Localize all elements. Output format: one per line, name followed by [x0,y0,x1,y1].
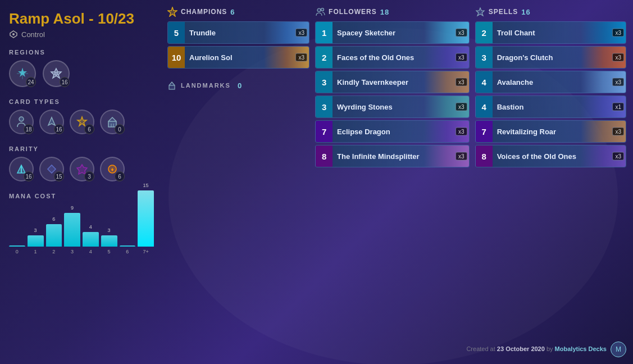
troll-count: x3 [612,29,624,37]
landmark-count: 0 [115,124,125,134]
card-bastion[interactable]: 4 Bastion x1 [475,95,626,118]
common-count: 16 [24,171,34,181]
wyrding-count: x3 [456,103,467,111]
card-kindly-tavernkeeper[interactable]: 3 Kindly Tavernkeeper x3 [315,71,470,93]
spells-column: SPELLS 16 2 Troll Chant x3 3 Dragon's Cl… [475,7,626,338]
targon-count: 16 [60,77,70,87]
card-types-label: CARD TYPES [9,98,154,105]
bar-0: 0 [9,238,25,254]
svg-text:♦: ♦ [111,166,113,172]
card-troll-chant[interactable]: 2 Troll Chant x3 [475,21,626,44]
created-date: 23 October 2020 [497,345,545,352]
landmarks-count: 0 [238,81,242,90]
trundle-cost: 5 [168,21,185,44]
brand-name[interactable]: Mobalytics Decks [555,345,607,352]
voices-count: x3 [612,152,624,161]
svg-point-3 [54,72,58,75]
followers-column: FOLLOWERS 18 1 Spacey Sketcher x3 2 Face… [315,7,470,338]
dragons-cost: 3 [476,46,493,69]
spacey-count: x3 [456,29,467,37]
infinite-cost: 8 [316,145,333,167]
card-voices-old-ones[interactable]: 8 Voices of the Old Ones x3 [475,145,626,167]
type-landmark: 0 [100,110,125,134]
faces-count: x3 [456,53,467,62]
rarity-common: 16 [9,157,34,181]
kindly-img: x3 [424,71,469,93]
revitalizing-img: x3 [581,120,626,143]
wyrding-img: x3 [424,95,469,118]
bar-4: 4 4 [83,224,99,254]
spacey-name: Spacey Sketcher [333,29,424,37]
svg-rect-14 [169,85,175,89]
card-types-section: CARD TYPES 18 16 [9,98,154,134]
kindly-count: x3 [456,78,467,87]
card-trundle[interactable]: 5 Trundle x3 [167,21,309,44]
revitalizing-cost: 7 [476,120,493,143]
card-spacey-sketcher[interactable]: 1 Spacey Sketcher x3 [315,21,470,44]
mana-bar-chart: 0 3 1 6 2 9 3 4 [9,204,154,254]
wyrding-cost: 3 [316,95,333,118]
card-wyrding-stones[interactable]: 3 Wyrding Stones x3 [315,95,470,118]
champion-count: 6 [84,124,94,134]
faces-img: x3 [424,46,469,69]
card-columns: CHAMPIONS 6 5 Trundle x3 10 Aurelion Sol… [167,7,626,338]
troll-img: x3 [581,21,626,44]
unit-count: 18 [24,124,34,134]
eclipse-name: Eclipse Dragon [333,128,424,136]
revitalizing-name: Revitalizing Roar [493,128,581,136]
card-avalanche[interactable]: 4 Avalanche x3 [475,71,626,93]
aurelion-cost: 10 [168,46,185,69]
regions-label: REGIONS [9,49,154,56]
left-panel: Ramp Asol - 10/23 Control REGIONS 24 [0,0,163,364]
card-aurelion-sol[interactable]: 10 Aurelion Sol x3 [167,46,309,69]
followers-count: 18 [380,8,389,16]
regions-list: 24 16 [9,60,154,87]
followers-header: FOLLOWERS 18 [315,7,470,17]
card-dragons-clutch[interactable]: 3 Dragon's Clutch x3 [475,46,626,69]
deck-type: Control [9,30,154,39]
kindly-cost: 3 [316,71,333,93]
spells-header-icon [475,7,485,17]
spells-count: 16 [521,8,530,16]
avalanche-count: x3 [612,78,624,87]
bar-7plus: 15 7+ [138,183,154,254]
mobalytics-logo: M [611,342,626,357]
avalanche-name: Avalanche [493,78,581,87]
bastion-name: Bastion [493,103,581,111]
dragons-count: x3 [612,53,624,62]
card-infinite-mindsplitter[interactable]: 8 The Infinite Mindsplitter x3 [315,145,470,167]
card-types-icons: 18 16 6 [9,110,154,134]
aurelion-count: x3 [295,53,307,62]
rare-count: 15 [54,171,64,181]
mana-cost-label: MANA COST [9,193,154,199]
infinite-name: The Infinite Mindsplitter [333,152,424,161]
epic-count: 3 [84,171,94,181]
voices-name: Voices of the Old Ones [493,152,581,161]
bastion-img: x1 [581,95,626,118]
avalanche-cost: 4 [476,71,493,93]
champions-header: CHAMPIONS 6 [167,7,309,17]
card-eclipse-dragon[interactable]: 7 Eclipse Dragon x3 [315,120,470,143]
region-freljord: 24 [9,60,36,87]
by-label: by [547,345,553,352]
created-label: Created at [466,345,495,352]
champion-rarity-count: 6 [115,171,125,181]
infinite-count: x3 [456,152,467,161]
deck-type-label: Control [21,30,45,39]
type-unit: 18 [9,110,34,134]
svg-point-0 [12,33,15,35]
trundle-name: Trundle [185,29,264,37]
champions-label: CHAMPIONS [181,8,227,16]
card-faces-old-ones[interactable]: 2 Faces of the Old Ones x3 [315,46,470,69]
card-revitalizing-roar[interactable]: 7 Revitalizing Roar x3 [475,120,626,143]
eclipse-cost: 7 [316,120,333,143]
faces-cost: 2 [316,46,333,69]
freljord-count: 24 [26,77,36,87]
bar-1: 3 1 [28,228,44,254]
eclipse-count: x3 [456,128,467,136]
right-content: CHAMPIONS 6 5 Trundle x3 10 Aurelion Sol… [163,0,633,364]
deck-title: Ramp Asol - 10/23 [9,10,154,28]
rarity-epic: 3 [70,157,94,181]
spells-header: SPELLS 16 [475,7,626,17]
footer: Created at 23 October 2020 by Mobalytics… [167,342,626,357]
